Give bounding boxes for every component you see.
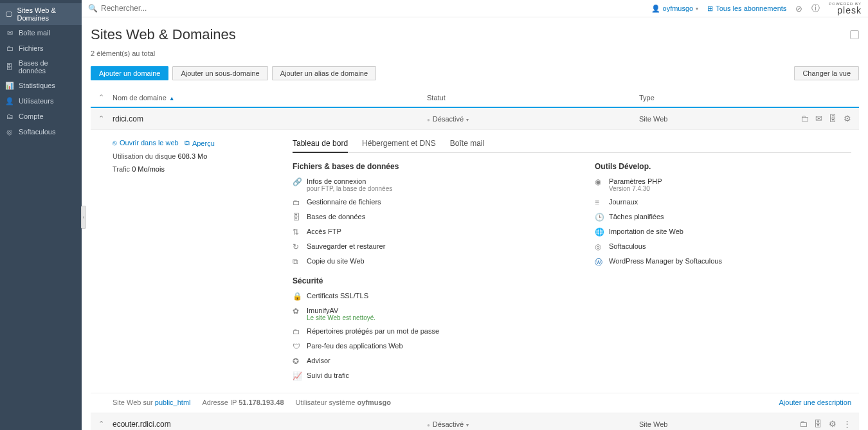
domain-row[interactable]: ⌃ ecouter.rdici.com ●Désactivé▾ Site Web… (91, 413, 859, 430)
section-files-title: Fichiers & bases de données (293, 162, 563, 171)
folder-icon: 🗀 (293, 198, 302, 207)
tool-php[interactable]: ◉Paramètres PHPVersion 7.4.30 (595, 177, 722, 192)
chart-icon: 📈 (293, 372, 302, 381)
eye-icon: ⧉ (185, 139, 190, 147)
ftp-icon: ⇅ (293, 228, 302, 237)
col-status[interactable]: Statut (427, 94, 639, 102)
clock-icon: 🕒 (595, 213, 604, 222)
tab-dashboard[interactable]: Tableau de bord (293, 139, 348, 153)
subscriptions-menu[interactable]: ⊞Tous les abonnements (707, 4, 786, 13)
tool-ssl[interactable]: 🔒Certificats SSL/TLS (293, 292, 563, 301)
tool-protected-dirs[interactable]: 🗀Répertoires protégés par un mot de pass… (293, 327, 563, 336)
sidebar-item-stats[interactable]: 📊Statistiques (0, 78, 82, 93)
sidebar-item-label: Compte (19, 112, 44, 120)
more-icon[interactable]: ⋮ (843, 419, 851, 429)
search-box[interactable]: 🔍 (88, 4, 645, 13)
user-icon: 👤 (651, 4, 660, 13)
page-title: Sites Web & Domaines (91, 26, 236, 43)
tool-cron[interactable]: 🕒Tâches planifiées (595, 213, 722, 222)
tool-softaculous[interactable]: ◎Softaculous (595, 242, 722, 251)
tool-file-manager[interactable]: 🗀Gestionnaire de fichiers (293, 198, 563, 207)
tool-logs[interactable]: ≡Journaux (595, 198, 722, 207)
total-count: 2 élément(s) au total (91, 49, 859, 57)
preview-link[interactable]: ⧉Aperçu (185, 139, 215, 147)
shield-icon: ✿ (293, 307, 302, 316)
database-icon[interactable]: 🗄 (814, 419, 822, 429)
domain-type: Site Web (639, 115, 793, 123)
tool-imunify[interactable]: ✿ImunifyAVLe site Web est nettoyé. (293, 307, 563, 321)
search-input[interactable] (101, 4, 294, 13)
mail-icon: ✉ (5, 28, 14, 37)
domain-status[interactable]: ●Désactivé▾ (427, 420, 639, 428)
tool-import[interactable]: 🌐Importation de site Web (595, 228, 722, 237)
search-icon: 🔍 (88, 4, 98, 13)
tool-advisor[interactable]: ✪Advisor (293, 357, 563, 366)
disk-value: 608.3 Mo (178, 152, 208, 160)
sidebar-item-label: Sites Web & Domaines (17, 6, 77, 22)
tool-copy-website[interactable]: ⧉Copie du site Web (293, 257, 563, 266)
add-description-link[interactable]: Ajouter une description (779, 399, 851, 406)
files-icon[interactable]: 🗀 (800, 114, 809, 123)
domain-name: rdici.com (113, 114, 427, 123)
layout-toggle-icon[interactable] (850, 30, 859, 39)
tool-ftp[interactable]: ⇅Accès FTP (293, 228, 563, 237)
tab-hosting[interactable]: Hébergement et DNS (362, 139, 436, 152)
tool-connection-info[interactable]: 🔗Infos de connexionpour FTP, la base de … (293, 177, 563, 192)
chart-icon: 📊 (5, 81, 14, 90)
open-web-link[interactable]: ⎋Ouvrir dans le web (113, 139, 179, 147)
docroot-link[interactable]: public_html (155, 399, 191, 406)
sidebar-item-label: Boîte mail (19, 29, 50, 37)
backup-icon: ↻ (293, 242, 302, 251)
sidebar-item-websites[interactable]: 🖵Sites Web & Domaines (0, 3, 82, 25)
collapse-all-icon[interactable]: ⌃ (98, 93, 113, 102)
tool-wordpress-manager[interactable]: ⓦWordPress Manager by Softaculous (595, 257, 722, 268)
sidebar-item-databases[interactable]: 🗄Bases de données (0, 56, 82, 78)
database-icon: 🗄 (293, 213, 302, 222)
domain-name: ecouter.rdici.com (113, 420, 427, 429)
domain-row[interactable]: ⌃ rdici.com ●Désactivé▾ Site Web 🗀 ✉ 🗄 ⚙ (91, 108, 859, 130)
disk-label: Utilisation du disque (113, 152, 176, 160)
files-icon[interactable]: 🗀 (799, 419, 808, 429)
sidebar-item-users[interactable]: 👤Utilisateurs (0, 93, 82, 109)
user-menu[interactable]: 👤oyfmusgo ▾ (651, 4, 699, 13)
folder-icon: 🗀 (5, 44, 14, 53)
chevron-up-icon[interactable]: ⌃ (98, 114, 113, 123)
tool-databases[interactable]: 🗄Bases de données (293, 213, 563, 222)
tool-traffic[interactable]: 📈Suivi du trafic (293, 372, 563, 381)
info-icon[interactable]: ⓘ (811, 3, 820, 14)
mail-icon[interactable]: ✉ (815, 114, 822, 123)
add-domain-button[interactable]: Ajouter un domaine (91, 66, 168, 80)
sidebar-item-account[interactable]: 🗂Compte (0, 109, 82, 124)
sidebar-collapse-handle[interactable]: ‹ (81, 206, 86, 229)
add-subdomain-button[interactable]: Ajouter un sous-domaine (172, 66, 267, 80)
help-icon[interactable]: ⊘ (795, 4, 802, 13)
sort-asc-icon: ▲ (169, 95, 175, 102)
settings-icon[interactable]: ⚙ (829, 419, 836, 429)
sidebar-item-softaculous[interactable]: ◎Softaculous (0, 124, 82, 139)
domain-status[interactable]: ●Désactivé▾ (427, 115, 639, 123)
section-security-title: Sécurité (293, 276, 563, 285)
sidebar-item-mail[interactable]: ✉Boîte mail (0, 25, 82, 40)
col-name[interactable]: Nom de domaine▲ (113, 94, 427, 102)
add-alias-button[interactable]: Ajouter un alias de domaine (272, 66, 376, 80)
link-icon: 🔗 (293, 177, 302, 186)
external-icon: ⎋ (113, 139, 117, 147)
tool-backup[interactable]: ↻Sauvegarder et restaurer (293, 242, 563, 251)
php-icon: ◉ (595, 177, 604, 186)
change-view-button[interactable]: Changer la vue (794, 66, 859, 80)
advisor-icon: ✪ (293, 357, 302, 366)
col-type[interactable]: Type (639, 94, 793, 102)
database-icon[interactable]: 🗄 (829, 114, 837, 123)
topbar: 🔍 👤oyfmusgo ▾ ⊞Tous les abonnements ⊘ ⓘ … (82, 0, 868, 17)
section-dev-title: Outils Dévelop. (595, 162, 722, 171)
plesk-logo: POWERED BYplesk (829, 2, 862, 15)
tab-mail[interactable]: Boîte mail (450, 139, 484, 152)
subscriptions-label: Tous les abonnements (716, 4, 786, 12)
sidebar-item-label: Statistiques (19, 82, 55, 89)
sysuser-value: oyfmusgo (357, 399, 392, 406)
traffic-label: Trafic (113, 165, 130, 173)
tool-waf[interactable]: 🛡Pare-feu des applications Web (293, 342, 563, 351)
sidebar-item-files[interactable]: 🗀Fichiers (0, 40, 82, 56)
chevron-up-icon[interactable]: ⌃ (98, 420, 113, 428)
settings-icon[interactable]: ⚙ (844, 114, 851, 123)
